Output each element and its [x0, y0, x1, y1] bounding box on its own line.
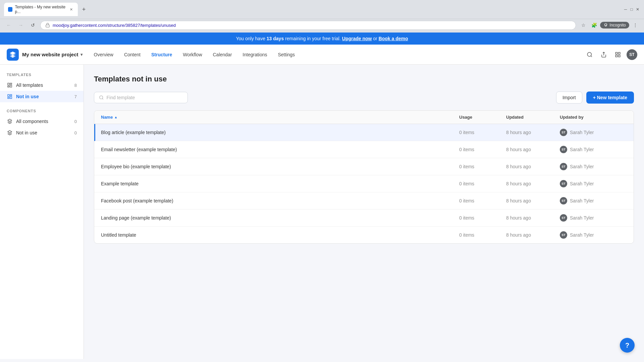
cell-updated: 8 hours ago	[506, 147, 560, 152]
import-button[interactable]: Import	[556, 92, 582, 104]
column-usage: Usage	[459, 115, 506, 120]
new-tab-button[interactable]: +	[79, 5, 89, 14]
cell-usage: 0 items	[459, 215, 506, 221]
table-row[interactable]: Facebook post (example template) 0 items…	[94, 192, 634, 209]
app-body: TEMPLATES All templates 8 Not in use	[0, 65, 644, 359]
project-dropdown-icon[interactable]: ▾	[80, 52, 83, 57]
address-bar[interactable]: moodjoy.gathercontent.com/structure/3858…	[40, 21, 576, 30]
extensions-button[interactable]: 🧩	[589, 20, 599, 30]
grid-icon	[615, 52, 621, 58]
search-box[interactable]	[94, 92, 188, 103]
toolbar-right: Import + New template	[556, 92, 634, 104]
sidebar-item-all-templates[interactable]: All templates 8	[0, 79, 84, 91]
table-row[interactable]: Email newsletter (example template) 0 it…	[94, 141, 634, 158]
sidebar-item-not-in-use[interactable]: Not in use 7	[0, 91, 84, 102]
sidebar-item-not-in-use-comp[interactable]: Not in use 0	[0, 127, 84, 138]
forward-button[interactable]: →	[16, 20, 25, 30]
cell-updatedby: ST Sarah Tyler	[560, 180, 627, 187]
app-header: My new website project ▾ Overview Conten…	[0, 45, 644, 65]
not-in-use-icon	[7, 94, 13, 100]
share-button[interactable]	[598, 49, 609, 60]
search-button[interactable]	[584, 49, 595, 60]
back-button[interactable]: ←	[4, 20, 13, 30]
upgrade-link[interactable]: Upgrade now	[342, 36, 372, 41]
svg-rect-6	[615, 55, 617, 57]
sidebar-item-all-components[interactable]: All components 0	[0, 116, 84, 127]
table-row[interactable]: Untitled template 0 items 8 hours ago ST…	[94, 227, 634, 243]
trial-banner: You only have 13 days remaining in your …	[0, 33, 644, 45]
nav-calendar[interactable]: Calendar	[208, 49, 237, 60]
bookmark-button[interactable]: ☆	[579, 20, 588, 30]
help-button[interactable]: ?	[620, 338, 635, 353]
column-updatedby: Updated by	[560, 115, 627, 120]
banner-middle: remaining in your free trial.	[284, 36, 341, 41]
nav-structure[interactable]: Structure	[147, 49, 177, 60]
avatar: ST	[560, 163, 567, 170]
new-template-button[interactable]: + New template	[586, 92, 634, 104]
svg-point-1	[587, 52, 591, 56]
cell-name: Facebook post (example template)	[101, 198, 459, 203]
templates-section: TEMPLATES All templates 8 Not in use	[0, 73, 84, 102]
nav-overview[interactable]: Overview	[89, 49, 118, 60]
not-in-use-comp-count: 0	[74, 130, 77, 135]
all-templates-label: All templates	[16, 82, 43, 88]
avatar: ST	[560, 197, 567, 204]
tab-close-button[interactable]: ✕	[69, 7, 74, 12]
project-name-text: My new website project	[22, 52, 78, 57]
grid-button[interactable]	[612, 49, 623, 60]
browser-tab[interactable]: Templates - My new website p... ✕	[4, 3, 78, 16]
tab-title: Templates - My new website p...	[15, 5, 66, 14]
cell-updatedby: ST Sarah Tyler	[560, 163, 627, 170]
cell-updatedby: ST Sarah Tyler	[560, 231, 627, 239]
nav-content[interactable]: Content	[119, 49, 145, 60]
svg-rect-5	[619, 52, 620, 54]
table-row[interactable]: Blog article (example template) 0 items …	[94, 124, 634, 141]
user-avatar[interactable]: ST	[627, 49, 637, 60]
cell-updatedby: ST Sarah Tyler	[560, 146, 627, 153]
nav-workflow[interactable]: Workflow	[178, 49, 207, 60]
search-box-icon	[99, 95, 104, 100]
close-window-button[interactable]: ✕	[635, 7, 640, 12]
brand-icon	[9, 51, 16, 58]
browser-actions: ☆ 🧩 Incognito ⋮	[579, 20, 640, 30]
column-updated: Updated	[506, 115, 560, 120]
table-row[interactable]: Example template 0 items 8 hours ago ST …	[94, 175, 634, 192]
reload-button[interactable]: ↺	[28, 20, 38, 30]
minimize-button[interactable]: ─	[623, 7, 628, 12]
table-header: Name ▲ Usage Updated Updated by	[94, 111, 634, 124]
avatar: ST	[560, 146, 567, 153]
table-row[interactable]: Landing page (example template) 0 items …	[94, 209, 634, 227]
svg-rect-4	[615, 52, 617, 54]
cell-name: Email newsletter (example template)	[101, 147, 459, 152]
cell-name: Landing page (example template)	[101, 215, 459, 221]
logo-area[interactable]: My new website project ▾	[7, 49, 83, 61]
nav-settings[interactable]: Settings	[273, 49, 300, 60]
svg-rect-0	[46, 25, 50, 27]
nav-integrations[interactable]: Integrations	[238, 49, 272, 60]
header-actions: ST	[584, 49, 637, 60]
svg-line-17	[102, 99, 103, 100]
cell-usage: 0 items	[459, 130, 506, 135]
avatar: ST	[560, 129, 567, 136]
column-name[interactable]: Name ▲	[101, 115, 459, 120]
svg-rect-13	[10, 95, 12, 96]
sort-icon: ▲	[114, 115, 117, 119]
components-section-label: COMPONENTS	[0, 109, 84, 116]
project-name: My new website project ▾	[22, 52, 83, 57]
address-url: moodjoy.gathercontent.com/structure/3858…	[53, 23, 571, 28]
not-in-use-count: 7	[74, 94, 77, 99]
demo-link[interactable]: Book a demo	[379, 36, 408, 41]
lock-icon	[45, 23, 50, 27]
not-in-use-label: Not in use	[16, 94, 39, 99]
browser-chrome: Templates - My new website p... ✕ + ─ □ …	[0, 0, 644, 19]
cell-updated: 8 hours ago	[506, 232, 560, 238]
table-row[interactable]: Employee bio (example template) 0 items …	[94, 158, 634, 175]
all-components-count: 0	[74, 119, 77, 124]
avatar: ST	[560, 214, 567, 222]
all-templates-count: 8	[74, 83, 77, 88]
cell-usage: 0 items	[459, 164, 506, 169]
more-button[interactable]: ⋮	[631, 20, 640, 30]
cell-updatedby: ST Sarah Tyler	[560, 129, 627, 136]
search-input[interactable]	[107, 95, 183, 100]
maximize-button[interactable]: □	[629, 7, 634, 12]
